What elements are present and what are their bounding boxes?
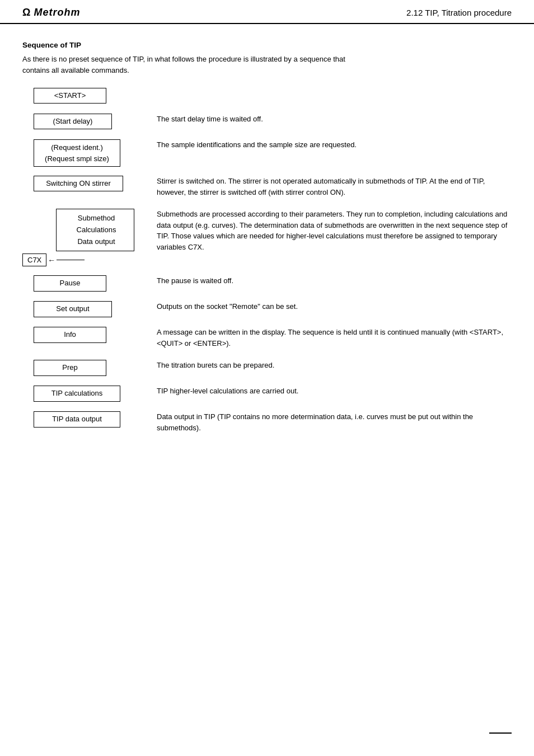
page-footer [489,732,512,734]
row-start-delay: (Start delay) The start delay time is wa… [22,112,512,130]
box-request: (Request ident.)(Request smpl size) [34,139,120,167]
box-area-start-delay: (Start delay) [22,112,146,129]
row-tip-data: TIP data output Data output in TIP (TIP … [22,410,512,433]
logo: Ω Metrohm [22,7,80,18]
header-title: 2.12 TIP, Titration procedure [406,8,512,17]
desc-start-delay: The start delay time is waited off. [146,112,512,125]
box-area-prep: Prep [22,359,146,375]
c7x-label: C7X [22,253,46,266]
box-area-tip-calc: TIP calculations [22,384,146,401]
box-stirrer: Switching ON stirrer [34,176,123,191]
page-header: Ω Metrohm 2.12 TIP, Titration procedure [0,0,534,24]
row-submethod: SubmethodCalculationsData output C7X ← S… [22,208,512,266]
c7x-row: C7X ← [22,253,85,266]
box-area-set-output: Set output [22,300,146,317]
box-tip-calc: TIP calculations [34,386,120,401]
box-start: <START> [34,88,106,104]
logo-text: Metrohm [34,7,80,18]
box-area-tip-data: TIP data output [22,410,146,427]
row-set-output: Set output Outputs on the socket "Remote… [22,300,512,318]
desc-info: A message can be written in the display.… [146,326,512,349]
desc-tip-calc: TIP higher-level calculations are carrie… [146,384,512,397]
page-content: Sequence of TIP As there is no preset se… [0,24,534,466]
box-area-start: <START> [22,87,146,104]
desc-pause: The pause is waited off. [146,274,512,287]
section-intro: As there is no preset sequence of TIP, i… [22,54,347,76]
row-start: <START> [22,87,512,105]
box-start-delay: (Start delay) [34,114,112,129]
box-prep: Prep [34,360,106,375]
box-area-pause: Pause [22,274,146,291]
footer-line [489,732,512,734]
row-tip-calc: TIP calculations TIP higher-level calcul… [22,384,512,402]
desc-tip-data: Data output in TIP (TIP contains no more… [146,410,512,433]
row-pause: Pause The pause is waited off. [22,274,512,292]
row-stirrer: Switching ON stirrer Stirrer is switched… [22,175,512,198]
row-info: Info A message can be written in the dis… [22,326,512,349]
desc-set-output: Outputs on the socket "Remote" can be se… [146,300,512,312]
desc-request: The sample identifications and the sampl… [146,138,512,151]
logo-omega-icon: Ω [22,7,30,18]
box-set-output: Set output [34,301,112,317]
section-title: Sequence of TIP [22,41,512,49]
box-area-stirrer: Switching ON stirrer [22,175,146,191]
desc-stirrer: Stirrer is switched on. The stirrer is n… [146,175,512,198]
arrow-icon: ← [48,256,55,265]
box-info: Info [34,327,106,342]
box-tip-data: TIP data output [34,411,120,427]
box-pause: Pause [34,275,106,291]
desc-submethod: Submethods are processed according to th… [146,208,512,252]
box-submethod: SubmethodCalculationsData output [56,209,134,251]
desc-prep: The titration burets can be prepared. [146,359,512,371]
row-request: (Request ident.)(Request smpl size) The … [22,138,512,167]
box-area-info: Info [22,326,146,342]
connector-line [57,260,85,260]
submethod-box-col: SubmethodCalculationsData output C7X ← [22,208,146,266]
row-prep: Prep The titration burets can be prepare… [22,359,512,377]
box-area-request: (Request ident.)(Request smpl size) [22,138,146,167]
desc-start [146,87,512,88]
